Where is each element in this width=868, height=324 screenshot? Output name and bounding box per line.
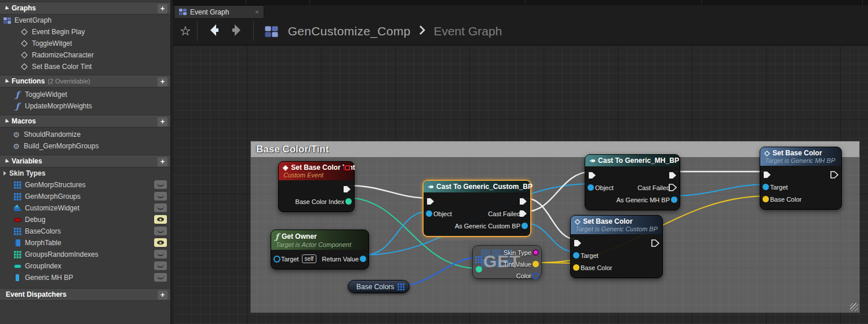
variable-row-groupindex[interactable]: GroupIndex xyxy=(0,260,170,272)
pin-row-exec[interactable] xyxy=(585,169,680,181)
struct-input-pin[interactable] xyxy=(763,196,769,202)
sidebar-item-togglewitget[interactable]: ToggleWitget xyxy=(0,38,170,49)
visibility-eye-closed-button[interactable] xyxy=(154,250,167,259)
exec-input-pin[interactable] xyxy=(426,198,435,205)
tab-close-icon[interactable]: × xyxy=(255,8,259,16)
node-set-base-color-mh[interactable]: ◇Set Base Color Target is Generic MH BP … xyxy=(760,147,842,210)
visibility-eye-open-button[interactable] xyxy=(154,238,167,247)
pin-row-exec[interactable] xyxy=(424,195,530,207)
enum-output-pin[interactable] xyxy=(533,249,539,256)
comment-resize-handle[interactable] xyxy=(850,303,858,311)
object-input-pin[interactable] xyxy=(426,210,432,217)
graph-canvas[interactable]: Base Color/Tint ◈Set xyxy=(173,45,868,324)
pin-row-target[interactable]: Target self Return Value xyxy=(271,253,369,265)
exec-output-pin[interactable] xyxy=(343,185,351,193)
sidebar-item-eventgraph[interactable]: EventGraph xyxy=(0,14,170,26)
variable-row-morphtable[interactable]: MorphTable xyxy=(0,237,170,249)
sidebar-item-updatemorphweights[interactable]: ƒ UpdateMorphWeights xyxy=(0,100,170,112)
pin-row-skin-type[interactable]: Skin Type xyxy=(473,247,541,259)
pin-row-base-color[interactable]: Base Color xyxy=(760,193,841,205)
pin-row-object-castfailed[interactable]: Object Cast Failed xyxy=(585,181,680,194)
exec-output-pin[interactable] xyxy=(669,172,677,179)
sidebar-item-build-genmorphgroups[interactable]: ⚙ Build_GenMorphGroups xyxy=(0,140,170,152)
exec-castfailed-pin[interactable] xyxy=(519,210,527,217)
exec-input-pin[interactable] xyxy=(763,171,771,179)
variable-row-generic-mh-bp[interactable]: Generic MH BP xyxy=(0,272,170,283)
pin-row-exec[interactable] xyxy=(760,169,841,181)
pin-row-target[interactable]: Target xyxy=(571,249,662,261)
variable-row-debug[interactable]: Debug xyxy=(0,214,170,225)
int-output-pin[interactable] xyxy=(345,198,352,205)
pin-row-base-color-index[interactable]: Base Color Index xyxy=(279,195,354,207)
macros-section-header[interactable]: Macros + xyxy=(0,115,170,128)
color-output-pin[interactable] xyxy=(532,272,539,279)
pin-row-color[interactable]: Color xyxy=(473,270,541,282)
object-input-pin[interactable] xyxy=(588,184,594,191)
exec-input-pin[interactable] xyxy=(588,172,596,179)
pin-row-object-castfailed[interactable]: Object Cast Failed xyxy=(424,207,530,220)
array-output-pin[interactable] xyxy=(397,283,404,290)
object-output-pin[interactable] xyxy=(360,256,366,262)
exec-output-pin[interactable] xyxy=(830,171,838,179)
struct-output-pin[interactable] xyxy=(533,261,539,267)
visibility-eye-closed-button[interactable] xyxy=(154,180,167,189)
object-input-pin[interactable] xyxy=(763,184,769,190)
exec-input-pin[interactable] xyxy=(574,239,582,247)
bookmark-star-icon[interactable]: ☆ xyxy=(180,24,191,39)
tab-event-graph[interactable]: Event Graph × xyxy=(174,5,264,18)
node-cast-to-generic-mh-bp[interactable]: ↠Cast To Generic_MH_BP Object Cast Faile… xyxy=(585,154,680,210)
sidebar-item-set-base-color-tint[interactable]: Set Base Color Tint xyxy=(0,61,170,72)
node-cast-to-generic-custom-bp[interactable]: ↠Cast To Generic_Custom_BP Object Cast F… xyxy=(422,180,531,237)
breadcrumb-graph-name[interactable]: Event Graph xyxy=(433,24,502,38)
object-output-pin[interactable] xyxy=(521,223,528,229)
variable-row-basecolors[interactable]: BaseColors xyxy=(0,225,170,237)
visibility-eye-open-button[interactable] xyxy=(154,215,167,224)
functions-section-header[interactable]: Functions (2 Overridable) + xyxy=(0,75,170,88)
node-get-owner[interactable]: ƒGet Owner Target is Actor Component Tar… xyxy=(271,230,369,270)
back-button[interactable] xyxy=(207,23,222,40)
visibility-eye-closed-button[interactable] xyxy=(154,273,167,282)
object-input-pin[interactable] xyxy=(573,252,579,259)
editable-event-red-icon[interactable] xyxy=(344,165,351,171)
exec-castfailed-pin[interactable] xyxy=(669,184,677,191)
add-graph-button[interactable]: + xyxy=(158,4,167,13)
add-variable-button[interactable]: + xyxy=(158,157,167,166)
object-output-pin[interactable] xyxy=(671,196,677,203)
struct-input-pin[interactable] xyxy=(573,264,579,271)
pin-row-exec-out[interactable] xyxy=(279,183,354,195)
add-function-button[interactable]: + xyxy=(158,77,167,86)
visibility-eye-closed-button[interactable] xyxy=(154,227,167,235)
graphs-section-header[interactable]: Graphs + xyxy=(0,2,170,14)
pin-row-tint-value[interactable]: Tint Value xyxy=(473,259,541,270)
node-base-colors-getter[interactable]: Base Colors xyxy=(348,280,410,293)
visibility-eye-closed-button[interactable] xyxy=(154,192,167,201)
sidebar-item-shouldrandomize[interactable]: ⚙ ShouldRandomize xyxy=(0,129,170,140)
variables-section-header[interactable]: Variables + xyxy=(0,155,170,168)
pin-row-exec[interactable] xyxy=(571,237,662,249)
add-event-dispatcher-button[interactable]: + xyxy=(158,290,167,300)
sidebar-item-togglewidget[interactable]: ƒ ToggleWidget xyxy=(0,89,170,100)
node-set-base-color-custom[interactable]: ◇Set Base Color Target is Generic Custom… xyxy=(570,215,663,278)
event-dispatchers-section-header[interactable]: Event Dispatchers + xyxy=(0,288,170,301)
exec-output-pin[interactable] xyxy=(519,198,527,205)
visibility-eye-closed-button[interactable] xyxy=(154,203,167,212)
sidebar-item-radomizecharacter[interactable]: RadomizeCharacter xyxy=(0,49,170,61)
pin-row-as-generic-mh-bp[interactable]: As Generic MH BP xyxy=(585,194,680,206)
exec-output-pin[interactable] xyxy=(651,239,659,247)
sidebar-item-event-begin-play[interactable]: Event Begin Play xyxy=(0,26,170,38)
variable-row-customizewidget[interactable]: CustomizeWidget xyxy=(0,202,170,214)
forward-button[interactable] xyxy=(229,23,244,40)
add-macro-button[interactable]: + xyxy=(158,117,167,126)
variable-row-groupsrandomindexes[interactable]: GroupsRandomIndexes xyxy=(0,249,170,260)
variable-row-genmorpstructures[interactable]: GenMorpStructures xyxy=(0,179,170,191)
node-set-base-color-tint[interactable]: ◈Set Base Color Tint Custom Event Base C… xyxy=(278,161,355,212)
breadcrumb-blueprint-name[interactable]: GenCustomize_Comp xyxy=(288,24,411,38)
node-array-get[interactable]: GET Skin Type Tint Value Color xyxy=(472,245,542,279)
variable-row-genmorphgroups[interactable]: GenMorphGroups xyxy=(0,191,170,202)
pin-row-base-color[interactable]: Base Color xyxy=(571,261,662,274)
object-input-pin[interactable] xyxy=(273,256,280,263)
pin-row-target[interactable]: Target xyxy=(760,181,841,193)
variable-category-skin-types[interactable]: Skin Types xyxy=(0,168,170,179)
visibility-eye-closed-button[interactable] xyxy=(154,261,167,270)
pin-row-as-generic-custom-bp[interactable]: As Generic Custom BP xyxy=(424,220,530,232)
